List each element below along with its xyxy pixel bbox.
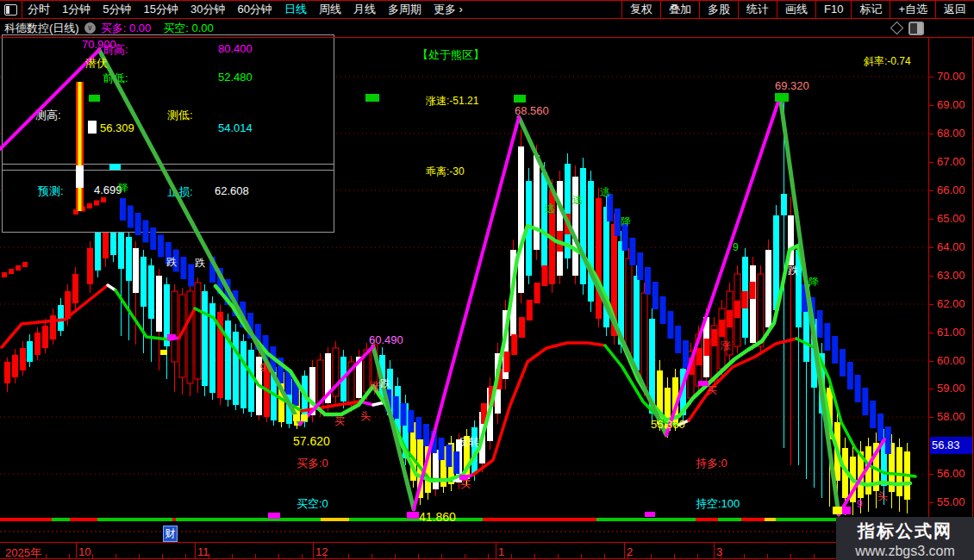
ladder-bar [188, 264, 194, 287]
date-axis-separator [313, 543, 314, 559]
period-tab[interactable]: 多周期 [388, 2, 421, 17]
price-axis-tick [929, 276, 933, 277]
ladder-bar [158, 235, 164, 258]
price-axis-tick [929, 361, 933, 362]
chart-annotation: 56.360 [651, 418, 685, 431]
chart-annotation: 降 [809, 276, 819, 288]
price-axis-tick [929, 105, 933, 106]
chart-annotation: 买多:0 [297, 457, 328, 470]
period-tabs: 分时1分钟5分钟15分钟30分钟60分钟日线周线月线多周期更多 › [28, 2, 463, 17]
period-tab[interactable]: 60分钟 [237, 2, 272, 17]
toolbar-buttons: 复权叠加多股统计画线F10标记+自选返回 [621, 0, 974, 19]
toolbar-button[interactable]: 返回 [935, 0, 974, 19]
ladder-bar [101, 197, 106, 202]
chart-annotation: 跌 [195, 257, 205, 269]
period-tab[interactable]: 15分钟 [143, 2, 178, 17]
price-axis-label: 63.00 [937, 269, 965, 282]
chart-annotation: 逃 [600, 186, 610, 198]
date-axis-separator [496, 543, 496, 559]
toolbar-button[interactable]: F10 [815, 0, 851, 19]
trading-app-window: 分时1分钟5分钟15分钟30分钟60分钟日线周线月线多周期更多 › 复权叠加多股… [0, 0, 974, 560]
magenta-marker [645, 512, 655, 517]
chevron-down-icon[interactable]: ∨ [84, 22, 96, 34]
period-tab[interactable]: 分时 [28, 2, 50, 17]
highlight-bar-stripe [76, 82, 78, 211]
chart-annotation: 潜伏 [85, 57, 108, 70]
price-axis-tick [929, 417, 933, 418]
diamond-icon[interactable] [890, 22, 904, 35]
price-axis-label: 56.00 [937, 467, 965, 480]
chart-annotation: 斜率:-0.74 [864, 55, 911, 67]
toolbar-button[interactable]: 叠加 [660, 0, 699, 19]
period-toolbar: 分时1分钟5分钟15分钟30分钟60分钟日线周线月线多周期更多 › 复权叠加多股… [0, 0, 974, 19]
price-axis-label: 69.00 [937, 98, 965, 111]
watermark-title: 指标公式网 [836, 520, 974, 543]
period-tab[interactable]: 更多 › [434, 2, 463, 17]
chart-annotation: 涨 [720, 339, 731, 352]
price-axis-label: 65.00 [937, 212, 965, 225]
date-axis-label: 11 [197, 545, 209, 558]
zigzag-down-leg [780, 96, 839, 514]
chart-annotation: 乖离:-30 [426, 165, 465, 177]
chart-annotation: 涨 [369, 380, 380, 392]
yellow-marker [160, 350, 167, 355]
price-axis-tick [929, 389, 933, 389]
chart-annotation: 跌 [166, 256, 177, 268]
chart-annotation: 头 [877, 490, 888, 502]
chart-annotation: 9 [260, 362, 266, 374]
period-tab[interactable]: 5分钟 [103, 2, 131, 17]
price-axis-label: 68.00 [937, 127, 965, 140]
chart-annotation: 持空:100 [696, 497, 740, 510]
yellow-marker [833, 507, 843, 514]
cyan-marker [109, 164, 121, 170]
chart-annotation: 反转 [459, 436, 479, 448]
zigzag-down-leg [99, 50, 300, 424]
window-split-icon[interactable] [4, 4, 17, 16]
toolbar-button[interactable]: +自选 [890, 0, 935, 19]
chart-annotation: 9 [733, 241, 739, 253]
price-axis-tick [929, 502, 933, 503]
period-tab[interactable]: 日线 [284, 2, 307, 17]
chart-annotation: 降 [621, 215, 631, 227]
toolbar-button[interactable]: 画线 [777, 0, 815, 19]
chart-annotation: 9 [857, 498, 863, 510]
chart-annotation: 68.560 [515, 104, 549, 117]
yellow-marker [301, 414, 308, 421]
watermark: 指标公式网 www.zbgs3.com [836, 517, 974, 560]
period-tab[interactable]: 周线 [319, 2, 341, 17]
toolbar-button[interactable]: 标记 [851, 0, 890, 19]
ladder-bar [128, 206, 134, 228]
chart-annotation: 买 [707, 384, 717, 396]
toolbar-button[interactable]: 复权 [621, 0, 660, 19]
ladder-bar [135, 213, 141, 235]
price-axis-tick [929, 304, 933, 305]
period-tab[interactable]: 1分钟 [62, 2, 91, 17]
toolbar-button[interactable]: 统计 [738, 0, 777, 19]
price-axis-label: 62.00 [937, 297, 965, 310]
chart-annotation: 60.490 [369, 333, 403, 346]
split-window-icon[interactable] [908, 22, 924, 35]
chart-annotation: 57.620 [293, 434, 330, 448]
date-axis-label: 2025年 [5, 545, 41, 560]
price-axis-label: 60.00 [937, 354, 965, 367]
chart-annotation: 逃 [572, 194, 583, 206]
chart-annotation: 买空:0 [297, 497, 328, 510]
ladder-bar [94, 201, 99, 206]
indicator-field: 买空: 0.00 [163, 22, 214, 34]
toolbar-button[interactable]: 多股 [699, 0, 738, 19]
price-axis-tick [929, 134, 933, 134]
magenta-marker [268, 513, 280, 519]
date-axis-separator [195, 543, 196, 559]
finance-report-badge: 财 [163, 526, 178, 542]
indicator-field: 买多: 0.00 [101, 22, 152, 34]
price-axis-label: 58.00 [937, 410, 965, 423]
period-tab[interactable]: 30分钟 [190, 2, 225, 17]
green-marker [365, 94, 379, 102]
chart-annotation: 头 [360, 410, 371, 422]
date-axis-separator [76, 543, 77, 559]
period-tab[interactable]: 月线 [353, 2, 376, 17]
chart-annotation: 41.860 [419, 510, 456, 524]
zigzag-up-leg [0, 50, 99, 149]
price-axis-tick [929, 162, 933, 163]
date-axis-label: 10 [78, 545, 91, 558]
